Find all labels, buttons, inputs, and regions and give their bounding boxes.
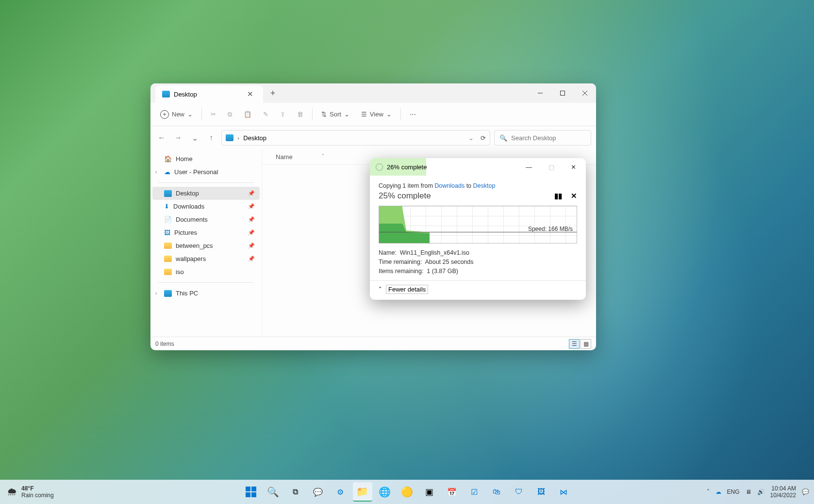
- desktop-icon: [226, 134, 233, 141]
- sidebar-item-between-pcs[interactable]: between_pcs 📌: [152, 239, 260, 252]
- up-button[interactable]: ↑: [205, 131, 217, 144]
- breadcrumb-sep: ›: [237, 134, 239, 142]
- notifications-button[interactable]: 💬: [802, 488, 809, 495]
- chevron-down-icon[interactable]: ⌄: [468, 134, 474, 142]
- gear-icon: ⚙: [337, 488, 344, 497]
- chevron-down-icon: ⌄: [344, 111, 349, 118]
- terminal-button[interactable]: ▣: [420, 482, 439, 502]
- taskbar[interactable]: 🌧 48°F Rain coming 🔍 ⧉ 💬 ⚙ 📁 🌐 🟡 ▣ 📅 ☑ 🛍…: [0, 480, 814, 504]
- recent-button[interactable]: ⌄: [188, 131, 201, 144]
- more-button[interactable]: ⋯: [405, 108, 421, 121]
- chevron-right-icon[interactable]: ›: [155, 169, 157, 175]
- vscode-button[interactable]: ⋈: [554, 482, 573, 502]
- cut-button[interactable]: ✂: [206, 108, 221, 121]
- forward-button[interactable]: →: [172, 131, 184, 144]
- sidebar-label: iso: [176, 268, 184, 276]
- address-bar[interactable]: › Desktop ⌄ ⟳: [221, 130, 490, 146]
- calendar-button[interactable]: 📅: [442, 482, 462, 502]
- delete-button[interactable]: 🗑: [292, 108, 308, 121]
- language-button[interactable]: ENG: [727, 488, 740, 495]
- sidebar-item-downloads[interactable]: ⬇ Downloads 📌: [152, 200, 260, 213]
- security-button[interactable]: 🛡: [509, 482, 529, 502]
- copy-button[interactable]: ⧉: [223, 108, 237, 121]
- speed-chart: Speed: 166 MB/s: [379, 206, 577, 244]
- maximize-button[interactable]: [551, 83, 574, 103]
- svg-rect-8: [246, 492, 250, 497]
- sidebar-label: Downloads: [173, 203, 204, 210]
- store-button[interactable]: 🛍: [487, 482, 506, 502]
- vscode-icon: ⋈: [560, 488, 567, 497]
- todo-button[interactable]: ☑: [465, 482, 484, 502]
- sidebar-item-home[interactable]: 🏠 Home: [152, 152, 260, 165]
- sidebar-item-pictures[interactable]: 🖼 Pictures 📌: [152, 226, 260, 239]
- pin-icon[interactable]: 📌: [248, 243, 255, 249]
- pause-button[interactable]: ▮▮: [554, 192, 562, 200]
- edge-button[interactable]: 🌐: [375, 482, 395, 502]
- nav-pane[interactable]: 🏠 Home › ☁ User - Personal Desktop 📌 ⬇ D…: [150, 149, 262, 337]
- weather-widget[interactable]: 🌧 48°F Rain coming: [7, 485, 54, 499]
- sidebar-item-user-personal[interactable]: › ☁ User - Personal: [152, 165, 260, 179]
- sidebar-item-desktop[interactable]: Desktop 📌: [152, 187, 260, 200]
- sidebar-item-this-pc[interactable]: › This PC: [152, 287, 260, 300]
- network-icon[interactable]: 🖥: [746, 488, 751, 495]
- sidebar-item-documents[interactable]: 📄 Documents 📌: [152, 213, 260, 226]
- chevron-down-icon: ⌄: [386, 111, 392, 118]
- dialog-close-button[interactable]: ✕: [567, 163, 580, 172]
- view-button[interactable]: ☰ View ⌄: [356, 108, 397, 121]
- chrome-button[interactable]: 🟡: [398, 482, 417, 502]
- titlebar[interactable]: Desktop ✕ +: [150, 83, 596, 103]
- tray-chevron-button[interactable]: ˄: [707, 488, 710, 495]
- taskbar-center: 🔍 ⧉ 💬 ⚙ 📁 🌐 🟡 ▣ 📅 ☑ 🛍 🛡 🖼 ⋈: [241, 482, 573, 502]
- details-view-button[interactable]: ☰: [569, 339, 580, 349]
- pin-icon[interactable]: 📌: [248, 190, 255, 196]
- large-icons-view-button[interactable]: ▦: [581, 339, 591, 349]
- breadcrumb[interactable]: Desktop: [243, 134, 266, 142]
- fewer-details-button[interactable]: Fewer details: [386, 285, 428, 294]
- chat-button[interactable]: 💬: [308, 482, 328, 502]
- file-explorer-button[interactable]: 📁: [353, 482, 372, 502]
- photos-button[interactable]: 🖼: [532, 482, 551, 502]
- search-input[interactable]: [511, 134, 593, 142]
- search-box[interactable]: 🔍: [494, 130, 591, 146]
- dialog-minimize-button[interactable]: —: [522, 163, 536, 172]
- share-button[interactable]: ⇪: [275, 108, 290, 121]
- minimize-button[interactable]: [529, 83, 551, 103]
- close-button[interactable]: [574, 83, 596, 103]
- edge-icon: 🌐: [379, 486, 391, 498]
- back-button[interactable]: ←: [155, 131, 168, 144]
- dialog-titlebar[interactable]: 26% complete — ▢ ✕: [370, 158, 586, 176]
- task-view-icon: ⧉: [293, 488, 298, 496]
- clock-button[interactable]: 10:04 AM 10/4/2022: [770, 485, 796, 499]
- sidebar-item-wallpapers[interactable]: wallpapers 📌: [152, 252, 260, 265]
- onedrive-tray-icon[interactable]: ☁: [715, 488, 721, 495]
- documents-icon: 📄: [164, 216, 172, 223]
- rename-button[interactable]: ✎: [258, 108, 273, 121]
- pin-icon[interactable]: 📌: [248, 256, 255, 262]
- pin-icon[interactable]: 📌: [248, 216, 255, 223]
- sort-button[interactable]: ⇅ Sort ⌄: [316, 108, 354, 121]
- refresh-button[interactable]: ⟳: [481, 134, 486, 142]
- explorer-tab[interactable]: Desktop ✕: [155, 85, 263, 103]
- new-tab-button[interactable]: +: [263, 83, 282, 103]
- column-name[interactable]: Name: [276, 153, 293, 161]
- pin-icon[interactable]: 📌: [248, 229, 255, 236]
- task-view-button[interactable]: ⧉: [286, 482, 305, 502]
- tab-title: Desktop: [174, 91, 197, 98]
- volume-icon[interactable]: 🔊: [757, 488, 764, 495]
- new-button[interactable]: + New ⌄: [155, 107, 198, 122]
- chevron-up-icon[interactable]: ˄: [379, 286, 382, 293]
- paste-button[interactable]: 📋: [239, 108, 256, 121]
- sidebar-item-iso[interactable]: iso: [152, 265, 260, 278]
- windows-icon: [246, 487, 256, 497]
- chevron-right-icon[interactable]: ›: [155, 291, 157, 296]
- copy-from-link[interactable]: Downloads: [434, 182, 465, 189]
- pin-icon[interactable]: 📌: [248, 203, 255, 210]
- search-button[interactable]: 🔍: [264, 482, 283, 502]
- copy-to-link[interactable]: Desktop: [473, 182, 496, 189]
- search-icon: 🔍: [499, 134, 507, 142]
- settings-button[interactable]: ⚙: [331, 482, 350, 502]
- shield-icon: 🛡: [515, 488, 523, 496]
- cancel-button[interactable]: ✕: [571, 192, 577, 200]
- tab-close-button[interactable]: ✕: [244, 89, 256, 99]
- start-button[interactable]: [241, 482, 261, 502]
